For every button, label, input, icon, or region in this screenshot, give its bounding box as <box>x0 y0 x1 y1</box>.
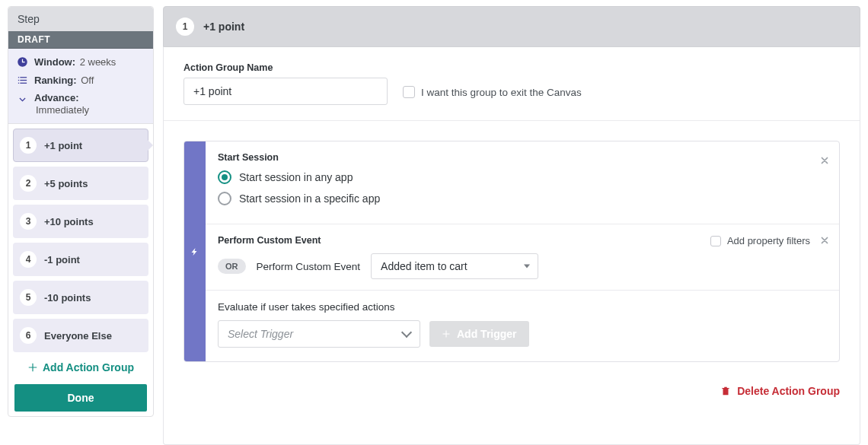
action-item-3[interactable]: 3 +10 points <box>13 205 148 238</box>
section-action-group-name: Action Group Name I want this group to e… <box>164 62 860 121</box>
trigger-section: Evaluate if user takes specified actions… <box>206 291 839 361</box>
start-session-section: Start Session Start session in any app S… <box>206 141 839 224</box>
main-body: Action Group Name I want this group to e… <box>163 47 860 445</box>
select-trigger-dropdown[interactable]: Select Trigger <box>218 320 420 348</box>
action-group-name-input[interactable] <box>183 78 388 105</box>
action-item-2[interactable]: 2 +5 points <box>13 167 148 200</box>
delete-action-group-button[interactable]: Delete Action Group <box>720 385 840 397</box>
svg-rect-1 <box>18 77 18 78</box>
checkbox-icon <box>403 86 415 98</box>
action-item-4[interactable]: 4 -1 point <box>13 243 148 276</box>
add-property-filters-checkbox[interactable]: Add property filters <box>710 235 810 246</box>
action-item-5[interactable]: 5 -10 points <box>13 281 148 314</box>
custom-event-section: Add property filters Perform Custom Even… <box>206 224 839 291</box>
list-icon <box>16 75 28 86</box>
draft-badge: DRAFT <box>8 31 153 49</box>
sidebar-meta: Window: 2 weeks Ranking: Off Advance:Imm… <box>8 49 153 124</box>
meta-advance-row: Advance:Immediately <box>16 92 147 116</box>
or-pill: OR <box>218 259 246 274</box>
add-trigger-button[interactable]: Add Trigger <box>429 321 529 347</box>
clock-icon <box>16 56 28 68</box>
main-panel: 1 +1 point Action Group Name I want this… <box>163 6 860 445</box>
meta-window-row: Window: 2 weeks <box>16 56 147 68</box>
trash-icon <box>720 386 731 396</box>
remove-start-session-button[interactable] <box>819 155 830 166</box>
add-action-group-button[interactable]: Add Action Group <box>8 354 153 381</box>
remove-custom-event-button[interactable] <box>819 235 830 246</box>
svg-rect-2 <box>20 77 27 78</box>
trigger-card: Start Session Start session in any app S… <box>183 141 840 362</box>
sidebar-step-header: Step <box>8 7 153 31</box>
svg-rect-3 <box>18 80 18 81</box>
radio-any-app[interactable]: Start session in any app <box>218 170 827 184</box>
svg-rect-6 <box>20 83 27 84</box>
radio-unchecked-icon <box>218 192 231 205</box>
radio-checked-icon <box>218 170 231 184</box>
action-list: 1 +1 point 2 +5 points 3 +10 points 4 -1… <box>8 124 153 354</box>
radio-specific-app[interactable]: Start session in a specific app <box>218 192 827 205</box>
bolt-icon <box>190 247 199 256</box>
arrow-down-icon <box>16 92 28 103</box>
svg-rect-4 <box>20 80 27 81</box>
exit-canvas-checkbox[interactable]: I want this group to exit the Canvas <box>403 86 582 98</box>
main-title: +1 point <box>203 21 244 33</box>
checkbox-icon <box>710 236 721 246</box>
evaluate-label: Evaluate if user takes specified actions <box>218 301 827 313</box>
plus-icon <box>442 329 451 339</box>
perform-custom-event-label: Perform Custom Event <box>257 261 361 272</box>
custom-event-select[interactable]: Added item to cart <box>371 253 538 279</box>
card-stripe <box>184 141 206 361</box>
action-item-6[interactable]: 6 Everyone Else <box>13 319 148 352</box>
done-button[interactable]: Done <box>14 384 147 412</box>
action-group-name-label: Action Group Name <box>183 62 388 73</box>
main-header: 1 +1 point <box>163 6 860 47</box>
plus-icon <box>27 362 38 373</box>
main-title-num: 1 <box>176 17 194 36</box>
sidebar: Step DRAFT Window: 2 weeks Ranking: Off … <box>8 6 154 417</box>
start-session-title: Start Session <box>218 152 827 163</box>
action-item-1[interactable]: 1 +1 point <box>13 129 148 162</box>
svg-rect-5 <box>18 83 18 84</box>
meta-ranking-row: Ranking: Off <box>16 75 147 87</box>
